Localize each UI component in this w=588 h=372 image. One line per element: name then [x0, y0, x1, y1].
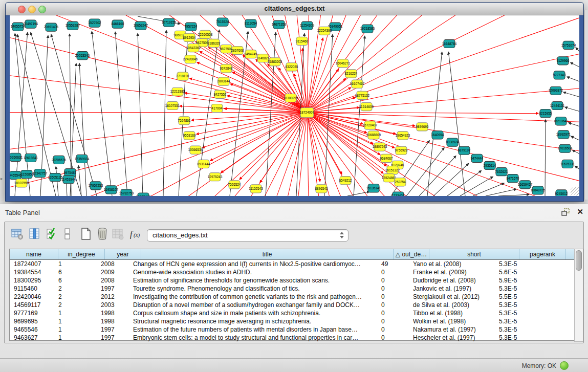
cell-in_degree: 6 — [54, 268, 97, 276]
cell-short: Franke et al. (2009) — [409, 268, 495, 276]
graph-node-label: 9242848 — [220, 67, 233, 70]
clear-selection-icon[interactable] — [61, 227, 74, 240]
window-titlebar[interactable]: citations_edges.txt — [6, 3, 583, 15]
graph-node-label: 16046271 — [336, 61, 351, 65]
table-settings-icon[interactable] — [11, 227, 24, 240]
graph-node-label: 22420046 — [183, 57, 198, 61]
graph-node-label: 7524861 — [178, 119, 191, 122]
graph-node-label: 9756928 — [395, 148, 408, 152]
table-row[interactable]: 977716911998Corpus callosum shape and si… — [10, 309, 575, 317]
cell-out_de: 0 — [377, 317, 409, 325]
table-row[interactable]: 1938455462009Genome-wide association stu… — [10, 268, 575, 276]
table-select-dropdown[interactable]: citations_edges.txt — [147, 229, 349, 242]
graph-node-label: 9899695 — [416, 125, 429, 128]
cell-pagerank: 5.3E-5 — [495, 317, 537, 325]
memory-status-indicator-icon[interactable] — [560, 361, 569, 370]
cell-title: Estimation of the future numbers of pati… — [129, 325, 377, 334]
scrollbar-thumb[interactable] — [576, 250, 582, 271]
table-row[interactable]: 1872400712008Changes of HCN gene express… — [10, 260, 575, 268]
graph-node-label: 8938924 — [446, 140, 459, 144]
graph-node-label: 10848725 — [531, 188, 546, 192]
import-table-icon[interactable] — [111, 227, 124, 240]
table-header-row[interactable]: namein_degreeyeartitle△ out_de…shortpage… — [10, 249, 575, 260]
table-row[interactable]: 946554611997Estimation of the future num… — [10, 325, 575, 334]
table-row[interactable]: 2242004622012Investigating the contribut… — [10, 293, 575, 301]
cell-title: Corpus callosum shape and size in male p… — [129, 309, 377, 317]
network-canvas[interactable]: 1405572420497194206914061055328715276028… — [10, 15, 579, 196]
table-row[interactable]: 911546021997Tourette syndrome. Phenomeno… — [10, 285, 575, 293]
graph-node-label: 9474444 — [471, 157, 484, 160]
cell-year: 1998 — [97, 317, 129, 325]
cell-out_de: 0 — [377, 301, 409, 309]
cell-in_degree: 1 — [54, 317, 97, 325]
graph-node-label: 16648784 — [442, 42, 457, 46]
graph-node-label: 8454749 — [245, 52, 257, 56]
graph-node-label: 10543362 — [186, 46, 201, 50]
close-panel-icon[interactable]: ✕ — [577, 207, 583, 216]
delete-table-icon[interactable] — [96, 227, 109, 240]
cell-year: 2003 — [97, 301, 129, 309]
graph-node-label: 10653247 — [134, 24, 148, 27]
table-scrollbar[interactable] — [574, 249, 583, 342]
table-row[interactable]: 969969511998Structural magnetic resonanc… — [10, 317, 575, 325]
cell-year: 2009 — [97, 268, 129, 276]
graph-node-label: 10719155 — [162, 20, 177, 24]
function-builder-icon[interactable]: f (x) — [128, 227, 145, 240]
graph-node-label: 10553287 — [66, 24, 80, 27]
graph-node-label: 9684067 — [380, 157, 393, 160]
new-table-icon[interactable] — [79, 227, 93, 240]
cell-out_de: 0 — [377, 268, 409, 276]
column-header-pagerank[interactable]: pagerank — [519, 249, 566, 259]
cell-out_de: 0 — [377, 285, 409, 293]
graph-node-label: 18107558 — [14, 181, 29, 185]
graph-node-label: 17016504 — [558, 146, 573, 150]
graph-node-label: 11514609 — [359, 105, 374, 108]
column-header-short[interactable]: short — [429, 249, 519, 259]
column-header-out_de[interactable]: △ out_de… — [394, 249, 429, 259]
graph-node-label: 1640954 — [431, 133, 444, 137]
graph-node-label: 9227343 — [553, 73, 566, 77]
graph-node-label: 7632621 — [495, 170, 508, 173]
graph-node-label: 20260631 — [10, 156, 23, 159]
network-view-window: citations_edges.txt 14055724204971942069… — [5, 2, 584, 202]
graph-node-label: 8912954 — [183, 36, 196, 39]
graph-node-label: 417004 — [211, 106, 223, 110]
graph-node-label: 19654923 — [396, 134, 410, 137]
float-window-icon[interactable] — [561, 208, 571, 216]
cell-pagerank: 5.6E-5 — [495, 268, 537, 276]
cell-title: Tourette syndrome. Phenomenology and cla… — [129, 285, 377, 293]
cell-in_degree: 2 — [54, 285, 97, 293]
cell-year: 2012 — [97, 293, 129, 301]
graph-node-label: 20053346 — [75, 54, 90, 57]
cell-name: 14569117 — [10, 301, 54, 309]
graph-node-label: 8215955 — [539, 112, 552, 115]
graph-node-label: 18300295 — [284, 96, 298, 100]
select-rows-icon[interactable] — [46, 227, 59, 240]
column-header-name[interactable]: name — [10, 249, 58, 259]
show-column-icon[interactable] — [28, 227, 41, 240]
column-header-title[interactable]: title — [141, 249, 394, 259]
right-edge-strip — [584, 10, 588, 200]
cell-title: Genome-wide association studies in ADHD. — [129, 268, 377, 276]
citation-network-graph[interactable]: 1405572420497194206914061055328715276028… — [10, 15, 579, 196]
table-row[interactable]: 1456911722003Disruption of a novel membe… — [10, 301, 575, 309]
cell-year: 1997 — [97, 325, 129, 334]
graph-node-label: 2935114 — [484, 164, 496, 167]
graph-node-label: 12213383 — [170, 90, 185, 93]
cell-short: Stergiakouli et al. (2012) — [409, 293, 495, 301]
cell-short: Wolkin et al. (1998) — [409, 317, 495, 325]
column-header-in_degree[interactable]: in_degree — [58, 249, 105, 259]
table-row[interactable]: 946362711997Embryonic stem cells: a mode… — [10, 334, 575, 342]
svg-text:(x): (x) — [134, 232, 140, 238]
table-rows[interactable]: 1872400712008Changes of HCN gene express… — [10, 260, 575, 342]
table-row[interactable]: 1830029562008Estimation of significance … — [10, 276, 575, 285]
column-header-year[interactable]: year — [105, 249, 141, 259]
node-table: namein_degreeyeartitle△ out_de…shortpage… — [9, 249, 575, 341]
graph-node-label: 17957253 — [89, 184, 103, 187]
cell-pagerank: 5.3E-5 — [495, 309, 537, 317]
graph-node-label: 9553169 — [183, 134, 196, 137]
graph-node-label: 2867608 — [231, 49, 244, 52]
graph-node-label: 8466160 — [112, 22, 124, 26]
resize-grip[interactable] — [571, 187, 579, 195]
cell-title: Investigating the contribution of common… — [129, 293, 377, 301]
